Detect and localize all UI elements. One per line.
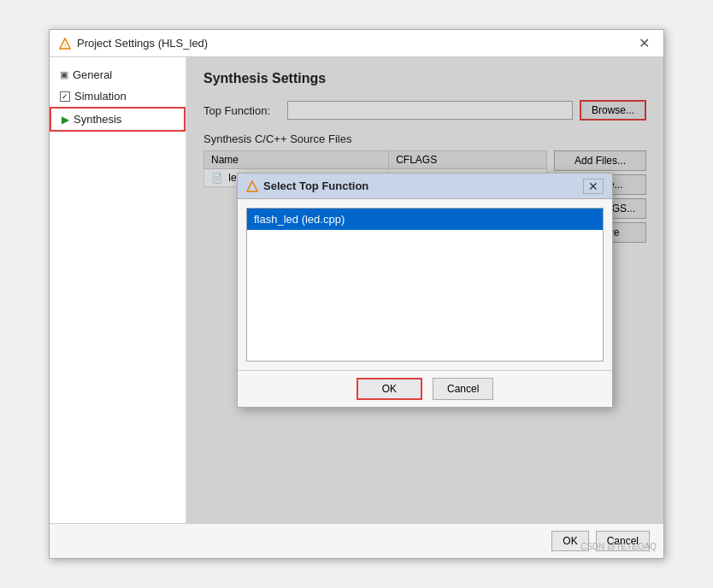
window-title: Project Settings (HLS_led) (77, 37, 208, 50)
dialog-footer: OK Cancel (238, 370, 612, 407)
sidebar-item-simulation[interactable]: ✓ Simulation (50, 85, 186, 107)
dialog-overlay: Select Top Function ✕ flash_led (led.cpp… (186, 57, 663, 523)
dialog-title-text: Select Top Function (263, 179, 368, 192)
svg-text:!: ! (64, 42, 66, 50)
window-icon: ! (58, 37, 72, 50)
dialog-title-bar: Select Top Function ✕ (238, 173, 612, 199)
dialog-list: flash_led (led.cpp) (246, 208, 604, 362)
select-top-function-dialog: Select Top Function ✕ flash_led (led.cpp… (237, 173, 613, 408)
sidebar-item-label-synthesis: Synthesis (74, 113, 121, 126)
dialog-close-button[interactable]: ✕ (583, 179, 604, 194)
window-body: ▣ General ✓ Simulation ▶ Synthesis Synth… (50, 57, 663, 523)
title-bar-left: ! Project Settings (HLS_led) (58, 37, 208, 50)
main-content: Synthesis Settings Top Function: Browse.… (186, 57, 663, 523)
title-bar: ! Project Settings (HLS_led) ✕ (50, 30, 663, 57)
sidebar-item-label-simulation: Simulation (74, 90, 127, 103)
dialog-body: flash_led (led.cpp) (238, 199, 612, 370)
dialog-ok-button[interactable]: OK (356, 378, 422, 400)
svg-marker-2 (247, 181, 257, 191)
window-close-button[interactable]: ✕ (633, 35, 655, 52)
dialog-cancel-button[interactable]: Cancel (433, 378, 493, 400)
window-footer: OK Cancel (50, 523, 663, 558)
general-icon: ▣ (60, 69, 68, 80)
sidebar: ▣ General ✓ Simulation ▶ Synthesis (50, 57, 186, 523)
sidebar-item-label-general: General (73, 68, 112, 81)
dialog-title-left: Select Top Function (246, 179, 368, 192)
synthesis-play-icon: ▶ (62, 114, 69, 126)
main-window: ! Project Settings (HLS_led) ✕ ▣ General… (49, 29, 664, 559)
dialog-icon (246, 180, 258, 192)
sidebar-item-synthesis[interactable]: ▶ Synthesis (50, 107, 186, 132)
sidebar-item-general[interactable]: ▣ General (50, 64, 186, 85)
dialog-list-item[interactable]: flash_led (led.cpp) (247, 209, 603, 230)
watermark: CSDN @TETEOAQ (580, 542, 657, 551)
simulation-checkbox-icon: ✓ (60, 91, 70, 102)
